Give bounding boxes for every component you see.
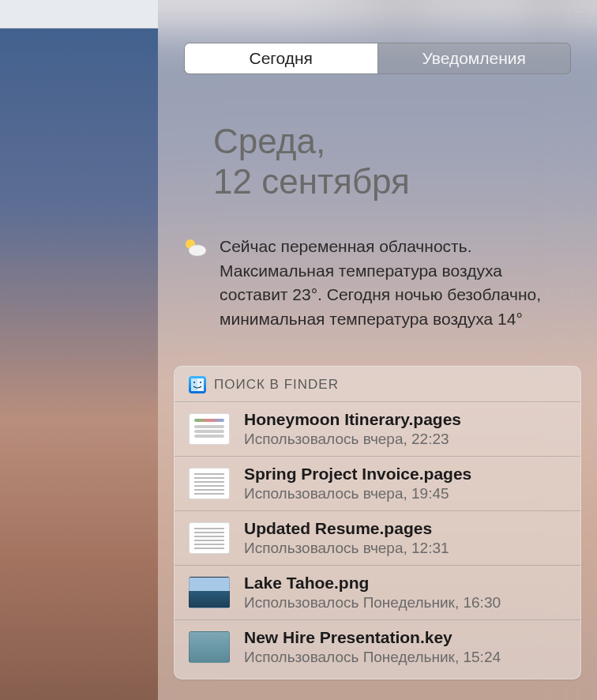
finder-icon <box>189 376 206 393</box>
svg-rect-16 <box>191 378 197 391</box>
file-name: Honeymoon Itinerary.pages <box>244 410 461 429</box>
finder-result-row[interactable]: Spring Project Invoice.pages Использовал… <box>175 456 580 510</box>
finder-result-row[interactable]: Lake Tahoe.png Использовалось Понедельни… <box>175 565 580 619</box>
svg-point-18 <box>193 382 195 383</box>
date-line-2: 12 сентября <box>213 162 597 202</box>
tab-switcher: Сегодня Уведомления <box>184 43 571 74</box>
file-name: Spring Project Invoice.pages <box>244 465 471 484</box>
file-name: Lake Tahoe.png <box>244 574 501 593</box>
svg-point-19 <box>200 382 201 383</box>
svg-rect-17 <box>197 378 204 391</box>
finder-result-row[interactable]: Updated Resume.pages Использовалось вчер… <box>175 510 580 565</box>
file-thumbnail-icon <box>189 631 230 663</box>
finder-search-widget: ПОИСК В FINDER Honeymoon Itinerary.pages… <box>174 366 581 679</box>
tab-notifications[interactable]: Уведомления <box>377 43 571 73</box>
file-thumbnail-icon <box>189 577 230 608</box>
finder-widget-title: ПОИСК В FINDER <box>214 377 339 393</box>
desktop-background <box>0 0 158 700</box>
weather-widget[interactable]: Сейчас переменная облачность. Максимальн… <box>182 235 573 331</box>
finder-result-row[interactable]: New Hire Presentation.key Использовалось… <box>175 619 580 674</box>
weather-partly-cloudy-icon <box>182 236 208 331</box>
finder-result-row[interactable]: Honeymoon Itinerary.pages Использовалось… <box>175 401 580 456</box>
file-name: Updated Resume.pages <box>244 519 449 538</box>
file-thumbnail-icon <box>189 522 230 554</box>
finder-widget-header: ПОИСК В FINDER <box>175 367 580 401</box>
file-subtext: Использовалось вчера, 12:31 <box>244 540 449 557</box>
svg-point-15 <box>189 245 206 256</box>
file-thumbnail-icon <box>189 413 230 445</box>
file-name: New Hire Presentation.key <box>244 628 501 647</box>
today-date: Среда, 12 сентября <box>213 122 597 201</box>
weather-text: Сейчас переменная облачность. Максимальн… <box>220 235 573 331</box>
file-subtext: Использовалось вчера, 22:23 <box>244 431 461 448</box>
file-subtext: Использовалось Понедельник, 16:30 <box>244 594 501 612</box>
tab-today[interactable]: Сегодня <box>185 43 377 73</box>
notification-center-panel: Сегодня Уведомления Среда, 12 сентября С… <box>158 0 597 700</box>
file-subtext: Использовалось вчера, 19:45 <box>244 485 471 502</box>
date-line-1: Среда, <box>213 122 597 162</box>
file-thumbnail-icon <box>189 468 230 499</box>
file-subtext: Использовалось Понедельник, 15:24 <box>244 649 501 666</box>
